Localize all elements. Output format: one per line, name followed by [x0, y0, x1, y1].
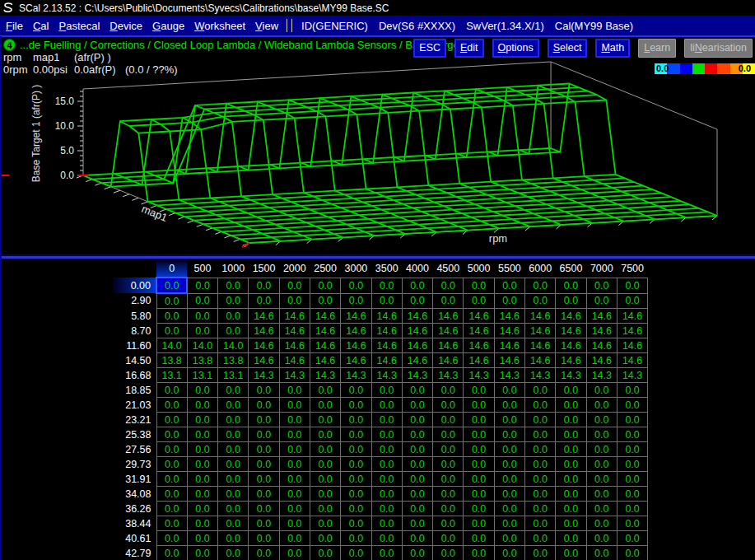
table-cell[interactable]: 14.3: [371, 368, 402, 383]
table-cell[interactable]: 0.0: [249, 531, 279, 546]
table-cell[interactable]: 0.0: [249, 472, 279, 487]
table-cell[interactable]: 0.0: [402, 472, 432, 487]
table-cell[interactable]: 0.0: [402, 413, 432, 427]
table-cell[interactable]: 0.0: [586, 502, 617, 516]
table-cell[interactable]: 0.0: [556, 516, 586, 531]
table-cell[interactable]: 0.0: [371, 546, 402, 560]
table-cell[interactable]: 0.0: [464, 457, 494, 472]
table-cell[interactable]: 0.0: [187, 487, 217, 502]
table-cell[interactable]: 0.0: [617, 516, 647, 531]
table-row-header[interactable]: 8.70: [113, 324, 156, 338]
table-cell[interactable]: 0.0: [586, 442, 617, 457]
esc-button[interactable]: ESC: [413, 39, 446, 58]
table-cell[interactable]: 0.0: [586, 487, 617, 502]
table-cell[interactable]: 0.0: [371, 398, 402, 413]
table-cell[interactable]: 0.0: [402, 516, 432, 531]
table-cell[interactable]: 0.0: [494, 502, 524, 516]
table-col-header[interactable]: 2000: [279, 260, 310, 278]
table-cell[interactable]: 0.0: [218, 502, 249, 516]
table-cell[interactable]: 0.0: [433, 427, 464, 442]
table-cell[interactable]: 0.0: [371, 293, 402, 309]
table-cell[interactable]: 0.0: [556, 472, 586, 487]
table-col-header[interactable]: 6500: [556, 260, 586, 278]
table-cell[interactable]: 0.0: [464, 427, 494, 442]
table-cell[interactable]: 0.0: [525, 472, 556, 487]
table-cell[interactable]: 0.0: [617, 383, 647, 398]
table-cell[interactable]: 0.0: [341, 531, 371, 546]
table-cell[interactable]: 14.3: [617, 368, 647, 383]
table-cell[interactable]: 0.0: [310, 516, 340, 531]
table-cell[interactable]: 0.0: [310, 531, 340, 546]
table-cell[interactable]: 0.0: [617, 442, 647, 457]
table-cell[interactable]: 0.0: [218, 398, 249, 413]
table-cell[interactable]: 0.0: [218, 309, 249, 324]
table-cell[interactable]: 0.0: [464, 413, 494, 427]
table-cell[interactable]: 14.6: [617, 309, 647, 324]
table-cell[interactable]: 0.0: [525, 278, 556, 293]
table-cell[interactable]: 0.0: [402, 293, 432, 309]
table-cell[interactable]: 14.0: [187, 338, 217, 353]
table-cell[interactable]: 0.0: [156, 293, 187, 309]
table-cell[interactable]: 14.6: [464, 338, 494, 353]
table-cell[interactable]: 14.6: [310, 309, 340, 324]
table-cell[interactable]: 0.0: [187, 293, 217, 309]
table-cell[interactable]: 0.0: [156, 324, 187, 338]
table-cell[interactable]: 14.6: [249, 338, 279, 353]
table-cell[interactable]: 0.0: [279, 457, 310, 472]
table-cell[interactable]: 14.6: [556, 338, 586, 353]
menu-item-view[interactable]: View: [250, 20, 283, 32]
table-cell[interactable]: 0.0: [279, 546, 310, 560]
table-cell[interactable]: 0.0: [187, 516, 217, 531]
table-cell[interactable]: 0.0: [156, 442, 187, 457]
table-cell[interactable]: 0.0: [371, 516, 402, 531]
table-cell[interactable]: 0.0: [556, 502, 586, 516]
table-cell[interactable]: 0.0: [525, 413, 556, 427]
table-cell[interactable]: 0.0: [310, 427, 340, 442]
table-cell[interactable]: 0.0: [433, 383, 464, 398]
table-cell[interactable]: 0.0: [525, 516, 556, 531]
table-cell[interactable]: 0.0: [464, 516, 494, 531]
table-cell[interactable]: 0.0: [218, 324, 249, 338]
table-cell[interactable]: 0.0: [341, 546, 371, 560]
table-row-header[interactable]: 36.26: [113, 502, 156, 516]
table-cell[interactable]: 0.0: [402, 442, 432, 457]
table-cell[interactable]: 0.0: [341, 487, 371, 502]
table-cell[interactable]: 13.8: [187, 353, 217, 368]
table-cell[interactable]: 14.6: [310, 338, 340, 353]
table-cell[interactable]: 0.0: [402, 398, 432, 413]
table-cell[interactable]: 0.0: [402, 383, 432, 398]
table-cell[interactable]: 14.6: [464, 309, 494, 324]
table-cell[interactable]: 14.3: [249, 368, 279, 383]
table-cell[interactable]: 14.6: [310, 324, 340, 338]
table-cell[interactable]: 14.6: [617, 324, 647, 338]
table-cell[interactable]: 0.0: [310, 398, 340, 413]
table-cell[interactable]: 0.0: [310, 383, 340, 398]
table-cell[interactable]: 0.0: [156, 413, 187, 427]
table-cell[interactable]: 0.0: [249, 516, 279, 531]
table-cell[interactable]: 0.0: [556, 398, 586, 413]
table-cell[interactable]: 0.0: [341, 383, 371, 398]
table-cell[interactable]: 0.0: [433, 293, 464, 309]
table-cell[interactable]: 0.0: [617, 472, 647, 487]
math-button[interactable]: Math: [595, 39, 630, 58]
table-row-header[interactable]: 2.90: [113, 293, 156, 309]
table-cell[interactable]: 0.0: [433, 472, 464, 487]
table-cell[interactable]: 0.0: [494, 383, 524, 398]
table-cell[interactable]: 0.0: [433, 398, 464, 413]
table-row-header[interactable]: 21.03: [113, 398, 156, 413]
table-cell[interactable]: 0.0: [310, 502, 340, 516]
table-row-header[interactable]: 27.56: [113, 442, 156, 457]
table-cell[interactable]: 0.0: [371, 413, 402, 427]
table-cell[interactable]: 14.6: [556, 324, 586, 338]
menu-item-gauge[interactable]: Gauge: [147, 20, 189, 32]
table-cell[interactable]: 0.0: [249, 442, 279, 457]
table-col-header[interactable]: 500: [187, 260, 217, 278]
table-cell[interactable]: 0.0: [156, 309, 187, 324]
table-cell[interactable]: 0.0: [433, 442, 464, 457]
table-cell[interactable]: 14.3: [494, 368, 524, 383]
table-cell[interactable]: 14.3: [433, 368, 464, 383]
table-cell[interactable]: 14.6: [494, 324, 524, 338]
table-cell[interactable]: 14.6: [371, 353, 402, 368]
table-cell[interactable]: 14.6: [525, 324, 556, 338]
table-cell[interactable]: 0.0: [402, 546, 432, 560]
